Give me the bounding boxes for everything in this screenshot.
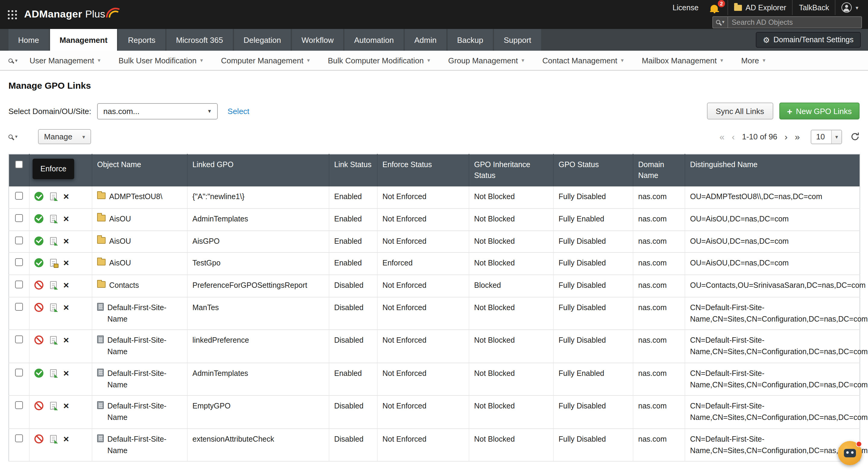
talkback-button[interactable]: TalkBack: [793, 0, 835, 15]
prev-page-icon[interactable]: ‹: [728, 132, 738, 141]
status-enabled-icon[interactable]: [34, 258, 43, 268]
tab-home[interactable]: Home: [8, 29, 49, 51]
row-select-checkbox[interactable]: [15, 236, 23, 244]
menu-user-management[interactable]: User Management▾: [30, 56, 100, 65]
row-select-checkbox[interactable]: [15, 192, 23, 200]
table-row: × Default-First-Site-Name linkedPreferen…: [9, 330, 860, 363]
tab-microsoft-365[interactable]: Microsoft 365: [166, 29, 232, 51]
gear-icon: ⚙: [763, 36, 770, 44]
delete-link-icon[interactable]: ×: [63, 237, 69, 245]
row-select-checkbox[interactable]: [15, 281, 23, 288]
distinguished-name: CN=Default-First-Site-Name,CN=Sites,CN=C…: [685, 396, 860, 429]
enforce-icon[interactable]: [50, 237, 57, 245]
menu-computer-management[interactable]: Computer Management▾: [221, 56, 310, 65]
page-size-select[interactable]: 10 ▾: [811, 129, 842, 144]
enforce-icon[interactable]: [50, 192, 57, 200]
delete-link-icon[interactable]: ×: [63, 435, 69, 443]
delete-link-icon[interactable]: ×: [63, 215, 69, 223]
status-disabled-icon[interactable]: [34, 281, 43, 290]
delete-link-icon[interactable]: ×: [63, 369, 69, 377]
tab-reports[interactable]: Reports: [118, 29, 165, 51]
license-link[interactable]: License: [666, 0, 705, 15]
enforce-icon[interactable]: [50, 435, 57, 443]
select-all-checkbox[interactable]: [15, 160, 23, 168]
row-select-checkbox[interactable]: [15, 434, 23, 442]
object-name: Default-First-Site-Name: [107, 368, 182, 391]
status-disabled-icon[interactable]: [34, 434, 43, 443]
row-select-checkbox[interactable]: [15, 303, 23, 311]
sync-all-links-button[interactable]: Sync All Links: [707, 102, 773, 120]
menu-more[interactable]: More▾: [741, 56, 766, 65]
row-select-checkbox[interactable]: [15, 369, 23, 376]
gpo-status: Fully Disabled: [553, 230, 633, 253]
delete-link-icon[interactable]: ×: [63, 304, 69, 311]
account-menu[interactable]: ▾: [836, 0, 864, 15]
column-search-button[interactable]: ▾: [8, 134, 18, 139]
enforce-icon[interactable]: [50, 402, 57, 410]
tab-support[interactable]: Support: [494, 29, 541, 51]
menu-search-button[interactable]: ▾: [8, 58, 18, 63]
search-scope-button[interactable]: ▾: [713, 17, 728, 27]
status-disabled-icon[interactable]: [34, 402, 43, 411]
delete-link-icon[interactable]: ×: [63, 192, 69, 200]
notification-badge: 2: [718, 0, 725, 7]
menu-bulk-user-modification[interactable]: Bulk User Modification▾: [119, 56, 203, 65]
first-page-icon[interactable]: «: [716, 132, 728, 141]
table-row: × AisOU AisGPO Enabled Not Enforced Not …: [9, 230, 860, 253]
ad-explorer-button[interactable]: AD Explorer: [728, 0, 792, 15]
tab-management[interactable]: Management: [50, 29, 117, 51]
menu-mailbox-management[interactable]: Mailbox Management▾: [642, 56, 723, 65]
chat-widget[interactable]: [838, 441, 862, 465]
brand-logo[interactable]: ADManager Plus: [24, 8, 120, 21]
enforce-icon[interactable]: [50, 215, 57, 223]
brand-swoosh-icon: [106, 6, 120, 18]
last-page-icon[interactable]: »: [791, 132, 803, 141]
menu-label: Bulk Computer Modification: [328, 56, 424, 65]
new-gpo-links-button[interactable]: + New GPO Links: [779, 102, 860, 120]
select-ou-link[interactable]: Select: [228, 106, 249, 116]
next-page-icon[interactable]: ›: [781, 132, 791, 141]
tab-workflow[interactable]: Workflow: [292, 29, 343, 51]
domain-tenant-settings-label: Domain/Tenant Settings: [774, 36, 854, 44]
delete-link-icon[interactable]: ×: [63, 281, 69, 289]
app-grid-icon[interactable]: [7, 10, 17, 19]
refresh-icon[interactable]: [850, 132, 860, 141]
col-action: [29, 154, 92, 186]
menu-bulk-computer-modification[interactable]: Bulk Computer Modification▾: [328, 56, 430, 65]
inheritance-status: Blocked: [469, 275, 553, 297]
menu-contact-management[interactable]: Contact Management▾: [542, 56, 624, 65]
tab-automation[interactable]: Automation: [344, 29, 404, 51]
row-select-checkbox[interactable]: [15, 402, 23, 409]
delete-link-icon[interactable]: ×: [63, 336, 69, 344]
delete-link-icon[interactable]: ×: [63, 259, 69, 267]
status-enabled-icon[interactable]: [34, 214, 43, 223]
row-select-checkbox[interactable]: [15, 258, 23, 267]
delete-link-icon[interactable]: ×: [63, 402, 69, 410]
row-select-checkbox[interactable]: [15, 336, 23, 344]
domain-select[interactable]: nas.com... ▼: [97, 103, 218, 119]
status-enabled-icon[interactable]: [34, 192, 43, 201]
notifications-button[interactable]: 2: [705, 0, 727, 15]
row-select-checkbox[interactable]: [15, 214, 23, 222]
chevron-down-icon: ▾: [82, 134, 85, 140]
tab-delegation[interactable]: Delegation: [234, 29, 290, 51]
manage-dropdown[interactable]: Manage ▾: [38, 129, 91, 144]
status-disabled-icon[interactable]: [34, 336, 43, 345]
domain-tenant-settings-button[interactable]: ⚙ Domain/Tenant Settings: [755, 32, 861, 48]
domain-label: Select Domain/OU/Site:: [8, 106, 91, 116]
enforce-icon[interactable]: [50, 281, 57, 289]
status-disabled-icon[interactable]: [34, 303, 43, 312]
linked-gpo: TestGpo: [187, 253, 329, 275]
enforce-icon[interactable]: [50, 304, 57, 311]
status-enabled-icon[interactable]: [34, 369, 43, 378]
enforce-locked-icon[interactable]: [50, 259, 57, 267]
table-row: × Contacts PreferenceForGPOSettingsRepor…: [9, 275, 860, 297]
menu-group-management[interactable]: Group Management▾: [448, 56, 524, 65]
status-enabled-icon[interactable]: [34, 236, 43, 245]
tab-admin[interactable]: Admin: [405, 29, 446, 51]
enforce-icon[interactable]: [50, 369, 57, 377]
search-ad-objects-input[interactable]: [728, 18, 861, 26]
enforce-icon[interactable]: [50, 336, 57, 344]
tab-backup[interactable]: Backup: [447, 29, 493, 51]
ou-icon: [97, 237, 105, 244]
